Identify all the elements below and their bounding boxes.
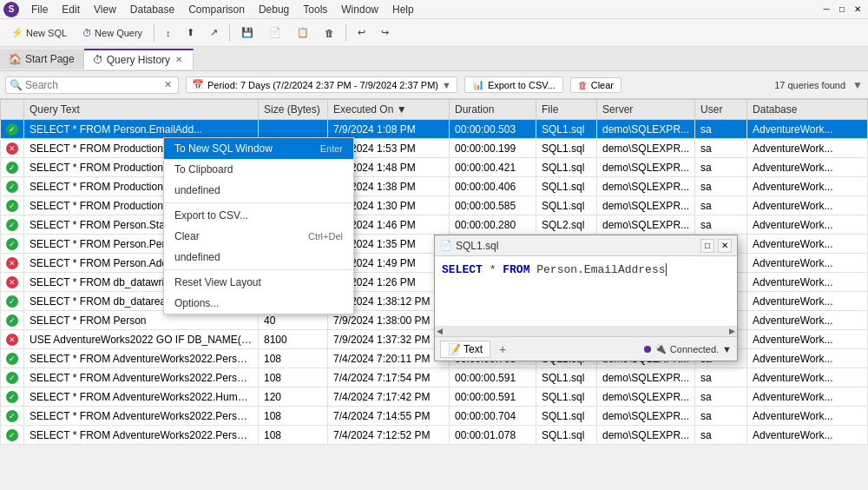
menu-database[interactable]: Database	[123, 2, 181, 17]
table-row[interactable]: ✓ SELECT * FROM AdventureWorks2022.Perso…	[1, 407, 868, 426]
row-executed: 7/4/2024 7:12:52 PM	[328, 426, 450, 445]
add-tab-button[interactable]: +	[494, 341, 511, 358]
context-menu-item-0[interactable]: To New SQL WindowEnter	[164, 138, 353, 159]
search-input[interactable]	[25, 79, 164, 91]
row-file: SQL1.sql	[536, 407, 597, 426]
shortcut-label: Enter	[320, 143, 343, 154]
table-row[interactable]: ✓ SELECT * FROM AdventureWorks2022.Human…	[1, 387, 868, 407]
row-status-cell: ✓	[1, 349, 24, 368]
tab-close-button[interactable]: ✕	[174, 55, 184, 64]
row-database: AdventureWork...	[747, 196, 868, 215]
row-status-cell: ✓	[1, 368, 24, 387]
row-executed: 7/4/2024 7:17:54 PM	[328, 368, 450, 387]
context-menu-item-2[interactable]: undefined	[164, 180, 353, 201]
row-user: sa	[695, 120, 747, 139]
separator-3	[345, 24, 346, 42]
col-header-database[interactable]: Database	[747, 100, 868, 120]
tab-query-history[interactable]: ⏱ Query History ✕	[84, 49, 194, 70]
row-database: AdventureWork...	[747, 426, 868, 445]
row-database: AdventureWork...	[747, 292, 868, 311]
menu-window[interactable]: Window	[334, 2, 385, 17]
export-csv-button[interactable]: 📊 Export to CSV...	[464, 76, 563, 93]
context-menu-item-6[interactable]: Reset View Layout	[164, 272, 353, 293]
search-clear-button[interactable]: ✕	[164, 79, 172, 90]
tab-start-page[interactable]: 🏠 Start Page	[0, 50, 84, 69]
row-server: demo\SQLEXPR...	[597, 426, 695, 445]
table-row[interactable]: ✓ SELECT * FROM AdventureWorks2022.Perso…	[1, 368, 868, 387]
toolbar-btn-redo[interactable]: ↪	[375, 24, 395, 41]
menu-debug[interactable]: Debug	[252, 2, 296, 17]
history-icon: ⏱	[93, 54, 103, 66]
table-row[interactable]: ✓ SELECT * FROM Person.State... 7/9/2024…	[1, 215, 868, 235]
row-database: AdventureWork...	[747, 387, 868, 407]
toolbar-btn-3[interactable]: ↕	[160, 25, 177, 41]
period-filter[interactable]: 📅 Period: 7 Days (7/2/2024 2:37 PM - 7/9…	[186, 76, 457, 93]
toolbar-btn-8[interactable]: 🗑	[319, 25, 340, 41]
row-server: demo\SQLEXPR...	[597, 120, 695, 139]
clear-icon: 🗑	[578, 80, 588, 90]
table-row[interactable]: ✓ SELECT * FROM Production.Prod... 7/9/2…	[1, 196, 868, 215]
sql-scrollbar-h[interactable]: ◀▶	[435, 326, 737, 336]
col-header-query-text[interactable]: Query Text	[24, 100, 259, 120]
col-header-status[interactable]	[1, 100, 24, 120]
connection-chevron[interactable]: ▼	[722, 344, 732, 354]
clear-button[interactable]: 🗑 Clear	[570, 77, 621, 93]
row-query-text: SELECT * FROM AdventureWorks2022.HumanRe…	[24, 387, 259, 407]
error-icon: ✕	[6, 142, 18, 155]
new-query-button[interactable]: ⏱ New Query	[76, 25, 148, 41]
col-header-size[interactable]: Size (Bytes)	[259, 100, 328, 120]
ok-icon: ✓	[6, 181, 18, 193]
col-header-file[interactable]: File	[536, 100, 597, 120]
col-header-user[interactable]: User	[695, 100, 747, 120]
row-status-cell: ✓	[1, 158, 24, 177]
search-box[interactable]: 🔍 ✕	[5, 76, 179, 94]
table-row[interactable]: ✓ SELECT * FROM Production.Prod... 7/9/2…	[1, 158, 868, 177]
new-query-icon: ⏱	[82, 28, 92, 38]
sql-text-tab[interactable]: 📝 Text	[440, 341, 490, 358]
table-row[interactable]: ✕ SELECT * FROM Production.Prod... 7/9/2…	[1, 139, 868, 158]
ok-icon: ✓	[6, 391, 18, 403]
context-menu-item-7[interactable]: Options...	[164, 293, 353, 314]
row-server: demo\SQLEXPR...	[597, 158, 695, 177]
context-menu-item-5[interactable]: undefined	[164, 247, 353, 268]
filter-toggle-icon[interactable]: ▼	[852, 79, 863, 91]
menu-file[interactable]: File	[24, 2, 55, 17]
minimize-button[interactable]: ─	[819, 3, 833, 17]
close-button[interactable]: ✕	[851, 3, 865, 17]
table-row[interactable]: ✓ SELECT * FROM AdventureWorks2022.Perso…	[1, 426, 868, 445]
row-file: SQL1.sql	[536, 177, 597, 196]
menu-edit[interactable]: Edit	[55, 2, 87, 17]
sql-window-restore-button[interactable]: □	[700, 239, 714, 253]
row-status-cell: ✓	[1, 196, 24, 215]
toolbar-btn-5[interactable]: ↗	[204, 24, 224, 41]
sql-table-name: Person.EmailAddress	[536, 263, 665, 276]
context-menu-item-4[interactable]: ClearCtrl+Del	[164, 226, 353, 247]
new-sql-button[interactable]: ⚡ New SQL	[5, 24, 73, 41]
menu-view[interactable]: View	[87, 2, 123, 17]
context-menu-item-1[interactable]: To Clipboard	[164, 159, 353, 180]
menu-item-label: Options...	[174, 297, 219, 309]
toolbar-btn-4[interactable]: ⬆	[181, 24, 201, 41]
row-server: demo\SQLEXPR...	[597, 407, 695, 426]
menu-comparison[interactable]: Comparison	[181, 2, 252, 17]
context-menu-item-3[interactable]: Export to CSV...	[164, 205, 353, 226]
col-header-executed[interactable]: Executed On ▼	[328, 100, 450, 120]
row-status-cell: ✓	[1, 407, 24, 426]
row-query-text: SELECT * FROM Person.EmailAdd...	[24, 120, 259, 139]
toolbar-btn-7[interactable]: 📋	[291, 24, 315, 41]
table-row[interactable]: ✓ SELECT * FROM Production.Loca... 7/9/2…	[1, 177, 868, 196]
toolbar-btn-6[interactable]: 📄	[263, 24, 287, 41]
row-executed: 7/4/2024 7:20:11 PM	[328, 349, 450, 368]
toolbar-btn-save[interactable]: 💾	[235, 24, 260, 41]
error-icon: ✕	[6, 257, 18, 269]
row-duration: 00:00:00.503	[450, 120, 536, 139]
table-row[interactable]: ✓ SELECT * FROM Person.EmailAdd... 7/9/2…	[1, 120, 868, 139]
toolbar-btn-undo[interactable]: ↩	[352, 24, 372, 41]
menu-tools[interactable]: Tools	[296, 2, 334, 17]
menu-help[interactable]: Help	[385, 2, 421, 17]
sql-window-close-button[interactable]: ✕	[718, 239, 732, 253]
row-database: AdventureWork...	[747, 311, 868, 330]
maximize-button[interactable]: □	[835, 3, 849, 17]
col-header-duration[interactable]: Duration	[450, 100, 536, 120]
col-header-server[interactable]: Server	[597, 100, 695, 120]
